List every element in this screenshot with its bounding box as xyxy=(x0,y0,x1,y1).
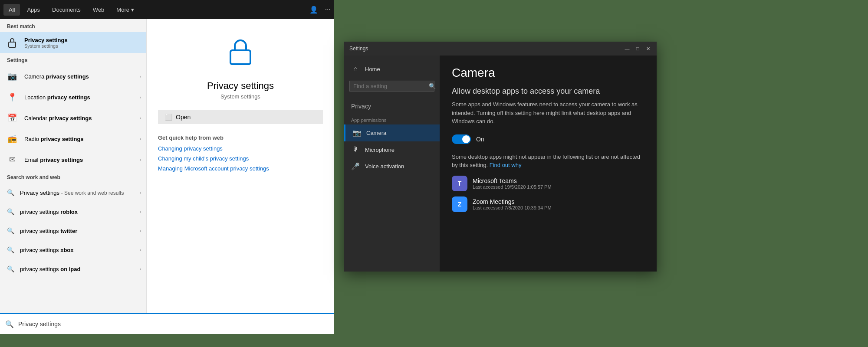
search-web-xbox-text: privacy settings xbox xyxy=(20,247,140,253)
open-button[interactable]: ⬜ Open xyxy=(158,110,323,124)
preview-title: Privacy settings xyxy=(207,80,274,92)
camera-icon: 📷 xyxy=(5,69,19,83)
tab-all[interactable]: All xyxy=(3,4,20,16)
teams-icon: T xyxy=(452,176,467,191)
web-link-3[interactable]: Managing Microsoft account privacy setti… xyxy=(158,165,323,172)
radio-privacy-text: Radio privacy settings xyxy=(24,136,140,142)
arrow-icon: › xyxy=(140,116,141,121)
radio-privacy-item[interactable]: 📻 Radio privacy settings › xyxy=(0,128,146,149)
window-controls: — □ ✕ xyxy=(624,45,651,52)
zoom-icon: Z xyxy=(452,196,467,212)
calendar-privacy-item[interactable]: 📅 Calendar privacy settings › xyxy=(0,108,146,128)
home-label: Home xyxy=(365,66,380,72)
best-match-item[interactable]: Privacy settings System settings xyxy=(0,32,146,53)
tab-web[interactable]: Web xyxy=(88,4,110,16)
voice-icon: 🎤 xyxy=(351,162,360,170)
search-web-privacy-main[interactable]: 🔍 Privacy settings - See work and web re… xyxy=(0,183,146,202)
home-icon: ⌂ xyxy=(351,65,360,73)
search-icon: 🔍 xyxy=(5,264,16,274)
microphone-nav-label: Microphone xyxy=(365,147,395,153)
settings-body: ⌂ Home 🔍 Privacy App permissions 📷 Camer… xyxy=(344,56,657,272)
search-web-ipad[interactable]: 🔍 privacy settings on ipad › xyxy=(0,259,146,278)
search-web-ipad-text: privacy settings on ipad xyxy=(20,266,140,272)
minimize-button[interactable]: — xyxy=(624,45,631,52)
sidebar-item-home[interactable]: ⌂ Home xyxy=(344,61,440,77)
search-web-label: Search work and web xyxy=(0,170,146,183)
web-link-2[interactable]: Changing my child's privacy settings xyxy=(158,155,323,162)
close-button[interactable]: ✕ xyxy=(644,45,651,52)
toggle-state-label: On xyxy=(476,136,484,143)
search-web-text-main: Privacy settings - See work and web resu… xyxy=(20,190,140,196)
search-bar-icon: 🔍 xyxy=(5,320,14,328)
search-web-roblox-text: privacy settings roblox xyxy=(20,209,140,215)
location-privacy-item[interactable]: 📍 Location privacy settings › xyxy=(0,87,146,108)
user-icon[interactable]: 👤 xyxy=(309,6,318,14)
email-icon: ✉ xyxy=(5,153,19,167)
settings-title: Settings xyxy=(349,46,624,52)
search-input[interactable] xyxy=(18,321,329,327)
camera-icon: 📷 xyxy=(352,129,361,137)
settings-content: Camera Allow desktop apps to access your… xyxy=(440,56,657,272)
tab-more[interactable]: More ▾ xyxy=(111,4,139,16)
teams-access-time: Last accessed 19/5/2020 1:05:57 PM xyxy=(473,184,552,190)
calendar-icon: 📅 xyxy=(5,111,19,125)
settings-window: Settings — □ ✕ ⌂ Home 🔍 Privacy xyxy=(344,42,657,272)
app-row-teams: T Microsoft Teams Last accessed 19/5/202… xyxy=(452,176,644,191)
maximize-button[interactable]: □ xyxy=(634,45,641,52)
location-icon: 📍 xyxy=(5,90,19,104)
privacy-label: Privacy xyxy=(351,103,371,110)
open-icon: ⬜ xyxy=(165,114,172,121)
email-privacy-item[interactable]: ✉ Email privacy settings › xyxy=(0,149,146,170)
camera-privacy-item[interactable]: 📷 Camera privacy settings › xyxy=(0,66,146,87)
search-panel: All Apps Documents Web More ▾ 👤 ··· Best… xyxy=(0,0,334,334)
find-out-why-link[interactable]: Find out why xyxy=(490,162,522,168)
sidebar-item-privacy[interactable]: Privacy xyxy=(344,98,440,114)
arrow-icon: › xyxy=(140,267,141,272)
preview-subtitle: System settings xyxy=(220,93,260,100)
settings-search-box[interactable]: 🔍 xyxy=(349,81,434,92)
search-web-roblox[interactable]: 🔍 privacy settings roblox › xyxy=(0,202,146,221)
sidebar-item-voice[interactable]: 🎤 Voice activation xyxy=(344,158,440,175)
microphone-icon: 🎙 xyxy=(351,146,360,154)
more-options-icon[interactable]: ··· xyxy=(325,6,331,13)
open-label: Open xyxy=(176,114,191,121)
zoom-name: Zoom Meetings xyxy=(473,198,552,205)
preview-panel: Privacy settings System settings ⬜ Open … xyxy=(147,19,334,313)
teams-info: Microsoft Teams Last accessed 19/5/2020 … xyxy=(473,177,552,190)
settings-search-input[interactable] xyxy=(353,83,426,89)
apps-section-note: Some desktop apps might not appear in th… xyxy=(452,153,644,170)
arrow-icon: › xyxy=(140,137,141,141)
best-match-text: Privacy settings System settings xyxy=(24,37,141,49)
tab-icons: 👤 ··· xyxy=(309,6,331,14)
voice-nav-label: Voice activation xyxy=(365,163,404,170)
best-match-label: Best match xyxy=(0,19,146,32)
arrow-icon: › xyxy=(140,157,141,162)
search-bar[interactable]: 🔍 xyxy=(0,313,334,334)
sidebar-item-microphone[interactable]: 🎙 Microphone xyxy=(344,141,440,158)
zoom-access-time: Last accessed 7/8/2020 10:39:34 PM xyxy=(473,205,552,210)
camera-toggle[interactable] xyxy=(452,134,471,144)
tab-documents[interactable]: Documents xyxy=(47,4,86,16)
left-panel: Best match Privacy settings System setti… xyxy=(0,19,334,313)
search-web-twitter-text: privacy settings twitter xyxy=(20,228,140,234)
camera-nav-label: Camera xyxy=(366,130,386,136)
search-icon: 🔍 xyxy=(429,83,436,89)
app-permissions-label: App permissions xyxy=(344,114,440,124)
tab-apps[interactable]: Apps xyxy=(22,4,45,16)
sidebar-item-camera[interactable]: 📷 Camera xyxy=(344,124,440,141)
toggle-row: On xyxy=(452,134,644,144)
app-row-zoom: Z Zoom Meetings Last accessed 7/8/2020 1… xyxy=(452,196,644,212)
search-icon: 🔍 xyxy=(5,226,16,236)
search-web-twitter[interactable]: 🔍 privacy settings twitter › xyxy=(0,221,146,240)
best-match-title: Privacy settings xyxy=(24,37,141,43)
web-link-1[interactable]: Changing privacy settings xyxy=(158,145,323,152)
arrow-icon: › xyxy=(140,190,141,195)
svg-rect-0 xyxy=(9,42,16,47)
search-tabs: All Apps Documents Web More ▾ 👤 ··· xyxy=(0,0,334,19)
zoom-info: Zoom Meetings Last accessed 7/8/2020 10:… xyxy=(473,198,552,210)
search-web-xbox[interactable]: 🔍 privacy settings xbox › xyxy=(0,240,146,259)
radio-icon: 📻 xyxy=(5,132,19,146)
search-icon: 🔍 xyxy=(5,245,16,255)
results-list: Best match Privacy settings System setti… xyxy=(0,19,147,313)
email-privacy-text: Email privacy settings xyxy=(24,157,140,163)
